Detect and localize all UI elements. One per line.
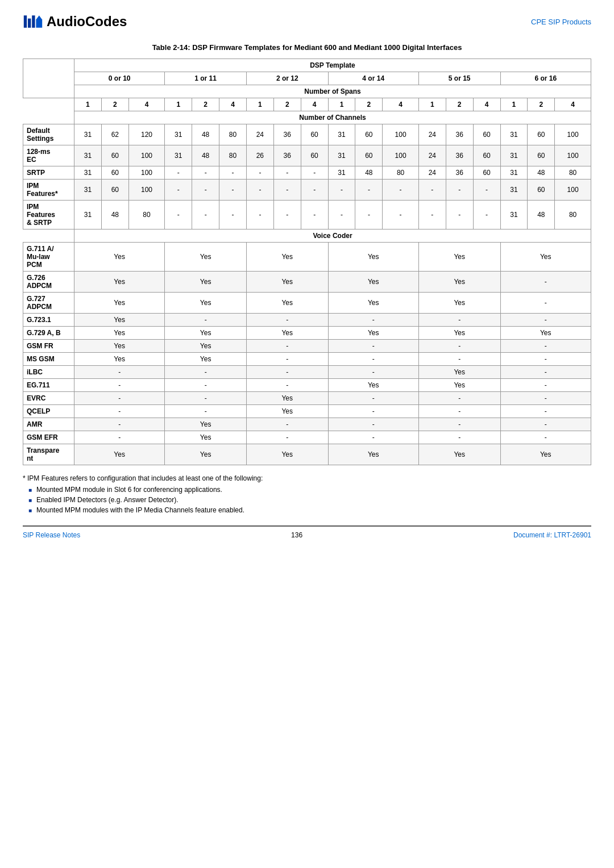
cell: - (165, 201, 192, 229)
cell: - (355, 180, 383, 201)
number-of-spans-label: Number of Spans (74, 85, 591, 98)
dsp-template-header-row: DSP Template (23, 59, 591, 72)
cell: 48 (355, 166, 383, 180)
voice-coder-cell: Yes (418, 379, 500, 392)
voice-coder-row: G.729 A, BYesYesYesYesYesYes (23, 327, 591, 340)
cell: 24 (418, 124, 446, 145)
voice-coder-cell: Yes (74, 340, 165, 353)
voice-coder-cell: - (165, 314, 247, 327)
cell: 80 (383, 166, 419, 180)
cell: 60 (528, 124, 555, 145)
span-2e: 2 (446, 98, 473, 111)
voice-coder-label-cell: GSM EFR (23, 431, 74, 444)
voice-coder-cell: Yes (165, 444, 247, 465)
cell: 48 (192, 124, 219, 145)
cell: 48 (528, 201, 555, 229)
voice-coder-cell: - (418, 431, 500, 444)
cell: 100 (555, 180, 591, 201)
voice-coder-cell: - (74, 418, 165, 431)
cell: - (473, 201, 500, 229)
voice-coder-cell: Yes (418, 293, 500, 314)
cell: - (273, 201, 301, 229)
cell: 31 (74, 166, 102, 180)
cell: - (355, 201, 383, 229)
cell: - (383, 201, 419, 229)
cell: 100 (383, 145, 419, 166)
voice-coder-cell: - (328, 366, 418, 379)
voice-coder-cell: Yes (74, 353, 165, 366)
cell: - (246, 166, 273, 180)
col-group-2: 2 or 12 (246, 72, 328, 85)
cell: 100 (555, 145, 591, 166)
voice-coder-cell: - (328, 418, 418, 431)
number-of-spans-row: Number of Spans (23, 85, 591, 98)
svg-rect-1 (28, 19, 31, 28)
voice-coder-cell: Yes (165, 327, 247, 340)
voice-coder-row: EG.711---YesYes- (23, 379, 591, 392)
voice-coder-cell: Yes (328, 243, 418, 272)
voice-coder-cell: Yes (246, 327, 328, 340)
cell: 31 (165, 145, 192, 166)
voice-coder-cell: Yes (500, 327, 591, 340)
cell: 36 (446, 166, 473, 180)
voice-coder-row: G.726 ADPCMYesYesYesYesYes- (23, 272, 591, 293)
cell: 80 (555, 201, 591, 229)
span-4d: 4 (383, 98, 419, 111)
voice-coder-header-row: Voice Coder (23, 229, 591, 243)
voice-coder-cell: - (500, 272, 591, 293)
footer-notes: * IPM Features refers to configuration t… (23, 474, 591, 514)
cell: - (418, 201, 446, 229)
voice-coder-label-cell: G.727 ADPCM (23, 293, 74, 314)
voice-coder-cell: - (74, 366, 165, 379)
voice-coder-cell: Yes (165, 243, 247, 272)
span-4c: 4 (301, 98, 328, 111)
cell: 60 (101, 166, 128, 180)
voice-coder-row: G.711 A/ Mu-law PCMYesYesYesYesYesYes (23, 243, 591, 272)
cell: 31 (500, 124, 528, 145)
voice-coder-cell: Yes (418, 444, 500, 465)
voice-coder-cell: - (246, 340, 328, 353)
voice-coder-cell: Yes (165, 431, 247, 444)
col-group-3: 4 or 14 (328, 72, 418, 85)
cell: 100 (383, 124, 419, 145)
voice-coder-cell: - (418, 353, 500, 366)
span-2f: 2 (528, 98, 555, 111)
cell: - (383, 180, 419, 201)
voice-coder-cell: - (246, 418, 328, 431)
voice-coder-cell: Yes (165, 293, 247, 314)
cell: 26 (246, 145, 273, 166)
table-row: SRTP3160100------314880243660314880 (23, 166, 591, 180)
col-group-0: 0 or 10 (74, 72, 165, 85)
column-groups-row: 0 or 10 1 or 11 2 or 12 4 or 14 5 or 15 … (23, 72, 591, 85)
voice-coder-cell: - (246, 379, 328, 392)
data-rows: Default Settings316212031488024366031601… (23, 124, 591, 229)
cell: 60 (473, 145, 500, 166)
table-row: Default Settings316212031488024366031601… (23, 124, 591, 145)
cell: 24 (246, 124, 273, 145)
col-group-4: 5 or 15 (418, 72, 500, 85)
voice-coder-cell: Yes (418, 366, 500, 379)
voice-coder-cell: - (328, 392, 418, 405)
cell: 36 (273, 124, 301, 145)
voice-coder-cell: - (500, 405, 591, 418)
span-2c: 2 (273, 98, 301, 111)
footer-center: 136 (291, 531, 302, 539)
voice-coder-cell: - (500, 418, 591, 431)
voice-coder-cell: - (165, 379, 247, 392)
voice-coder-label-cell: GSM FR (23, 340, 74, 353)
cell: 31 (74, 124, 102, 145)
voice-coder-cell: Yes (246, 444, 328, 465)
cell: 60 (355, 124, 383, 145)
voice-coder-cell: - (165, 392, 247, 405)
cell: 31 (500, 201, 528, 229)
dsp-template-label: DSP Template (74, 59, 591, 72)
voice-coder-cell: - (246, 431, 328, 444)
col-group-1: 1 or 11 (165, 72, 247, 85)
header-link[interactable]: CPE SIP Products (531, 18, 591, 26)
voice-coder-cell: - (328, 431, 418, 444)
span-4b: 4 (219, 98, 247, 111)
voice-coder-cell: - (74, 431, 165, 444)
voice-coder-cell: - (500, 366, 591, 379)
voice-coder-label-cell: EVRC (23, 392, 74, 405)
table-row: IPM Features & SRTP314880------------314… (23, 201, 591, 229)
